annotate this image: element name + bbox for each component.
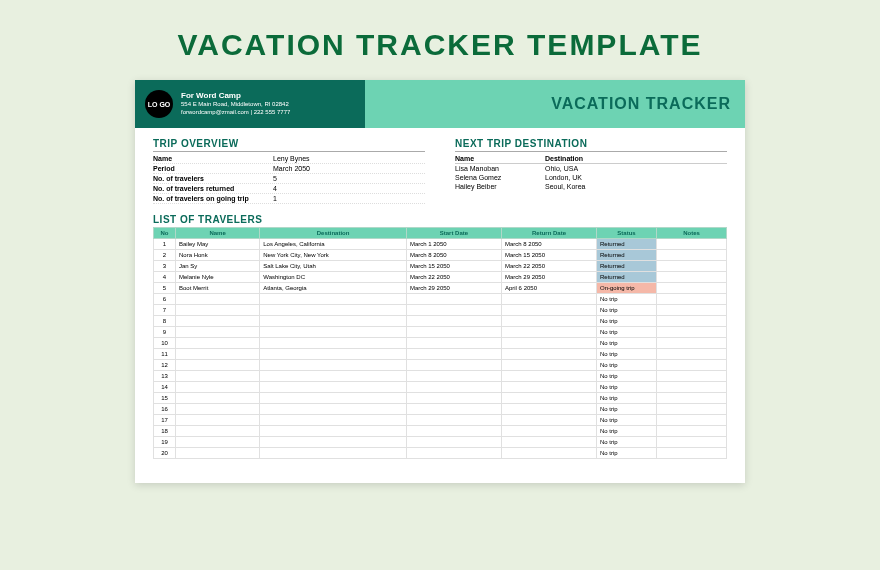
cell-start: [406, 360, 501, 371]
cell-no: 18: [154, 426, 176, 437]
cell-return: [501, 426, 596, 437]
company-name: For Word Camp: [181, 91, 290, 101]
cell-start: [406, 393, 501, 404]
cell-notes: [657, 294, 727, 305]
cell-return: [501, 360, 596, 371]
cell-no: 12: [154, 360, 176, 371]
cell-name: [176, 294, 260, 305]
cell-status: No trip: [597, 349, 657, 360]
cell-start: [406, 415, 501, 426]
cell-no: 17: [154, 415, 176, 426]
table-row: 4Melanie NyleWashington DCMarch 22 2050M…: [154, 272, 727, 283]
table-row: 8No trip: [154, 316, 727, 327]
overview-value: Leny Bynes: [273, 155, 425, 162]
cell-name: [176, 316, 260, 327]
cell-name: Bailey May: [176, 239, 260, 250]
cell-return: [501, 327, 596, 338]
cell-name: Boot Merrit: [176, 283, 260, 294]
next-trip-col-dest: Destination: [545, 155, 583, 162]
logo-icon: LO GO: [145, 90, 173, 118]
cell-status: Returned: [597, 272, 657, 283]
cell-name: [176, 327, 260, 338]
cell-status: No trip: [597, 327, 657, 338]
next-trip-row: Selena GomezLondon, UK: [455, 173, 727, 182]
tracker-title: VACATION TRACKER: [551, 95, 731, 113]
cell-notes: [657, 360, 727, 371]
cell-status: Returned: [597, 239, 657, 250]
cell-notes: [657, 393, 727, 404]
cell-status: No trip: [597, 294, 657, 305]
overview-row: No. of travelers on going trip1: [153, 194, 425, 204]
cell-no: 10: [154, 338, 176, 349]
cell-name: [176, 404, 260, 415]
overview-key: Name: [153, 155, 273, 162]
cell-return: [501, 382, 596, 393]
header-right: VACATION TRACKER: [365, 80, 745, 128]
overview-value: March 2050: [273, 165, 425, 172]
cell-notes: [657, 415, 727, 426]
cell-no: 9: [154, 327, 176, 338]
table-row: 7No trip: [154, 305, 727, 316]
cell-name: [176, 393, 260, 404]
cell-return: [501, 393, 596, 404]
cell-no: 11: [154, 349, 176, 360]
table-row: 18No trip: [154, 426, 727, 437]
cell-start: March 15 2050: [406, 261, 501, 272]
next-trip-header: Name Destination: [455, 154, 727, 164]
table-row: 12No trip: [154, 360, 727, 371]
cell-notes: [657, 448, 727, 459]
cell-start: [406, 327, 501, 338]
cell-dest: [260, 371, 407, 382]
table-row: 11No trip: [154, 349, 727, 360]
cell-no: 1: [154, 239, 176, 250]
cell-dest: [260, 448, 407, 459]
cell-dest: [260, 382, 407, 393]
cell-dest: Atlanta, Georgia: [260, 283, 407, 294]
next-trip-dest: Ohio, USA: [545, 165, 578, 172]
col-header: Return Date: [501, 228, 596, 239]
cell-status: No trip: [597, 316, 657, 327]
cell-no: 16: [154, 404, 176, 415]
cell-notes: [657, 283, 727, 294]
next-trip-row: Lisa ManobanOhio, USA: [455, 164, 727, 173]
cell-dest: Los Angeles, California: [260, 239, 407, 250]
cell-no: 15: [154, 393, 176, 404]
cell-return: [501, 349, 596, 360]
cell-dest: [260, 360, 407, 371]
cell-start: March 1 2050: [406, 239, 501, 250]
overview-row: No. of travelers returned4: [153, 184, 425, 194]
cell-no: 5: [154, 283, 176, 294]
cell-start: [406, 338, 501, 349]
cell-notes: [657, 250, 727, 261]
cell-dest: [260, 338, 407, 349]
cell-name: Jan Sy: [176, 261, 260, 272]
cell-dest: [260, 349, 407, 360]
cell-dest: New York City, New York: [260, 250, 407, 261]
cell-return: [501, 415, 596, 426]
cell-start: [406, 448, 501, 459]
cell-dest: [260, 316, 407, 327]
table-row: 6No trip: [154, 294, 727, 305]
cell-notes: [657, 327, 727, 338]
table-row: 14No trip: [154, 382, 727, 393]
next-trip: NEXT TRIP DESTINATION Name Destination L…: [455, 138, 727, 204]
cell-return: [501, 371, 596, 382]
trip-overview-title: TRIP OVERVIEW: [153, 138, 425, 152]
cell-dest: [260, 305, 407, 316]
cell-return: [501, 294, 596, 305]
table-row: 17No trip: [154, 415, 727, 426]
cell-notes: [657, 382, 727, 393]
cell-dest: [260, 426, 407, 437]
cell-name: [176, 360, 260, 371]
top-sections: TRIP OVERVIEW NameLeny BynesPeriodMarch …: [153, 138, 727, 204]
cell-no: 3: [154, 261, 176, 272]
cell-no: 19: [154, 437, 176, 448]
next-trip-name: Selena Gomez: [455, 174, 545, 181]
cell-notes: [657, 426, 727, 437]
cell-status: No trip: [597, 371, 657, 382]
overview-key: No. of travelers on going trip: [153, 195, 273, 202]
page-title: VACATION TRACKER TEMPLATE: [0, 0, 880, 80]
col-header: Notes: [657, 228, 727, 239]
table-row: 16No trip: [154, 404, 727, 415]
cell-return: [501, 448, 596, 459]
